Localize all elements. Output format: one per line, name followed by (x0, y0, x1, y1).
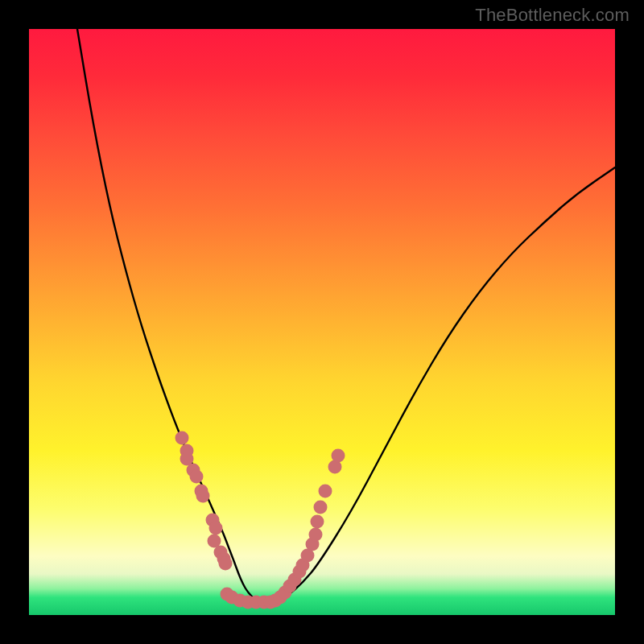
data-dot (309, 528, 323, 542)
curve-svg (29, 29, 615, 615)
data-dot (175, 431, 189, 445)
bottleneck-curve (77, 29, 615, 601)
data-dot (209, 522, 223, 535)
data-dot (314, 501, 328, 514)
data-dot (196, 489, 210, 503)
plot-area (29, 29, 615, 615)
outer-frame: TheBottleneck.com (0, 0, 644, 644)
watermark-text: TheBottleneck.com (475, 5, 630, 26)
data-dot (219, 557, 233, 571)
data-dot (332, 449, 345, 463)
data-dot (311, 515, 324, 529)
dot-group (175, 431, 345, 609)
data-dot (190, 470, 204, 484)
data-dot (319, 485, 332, 498)
